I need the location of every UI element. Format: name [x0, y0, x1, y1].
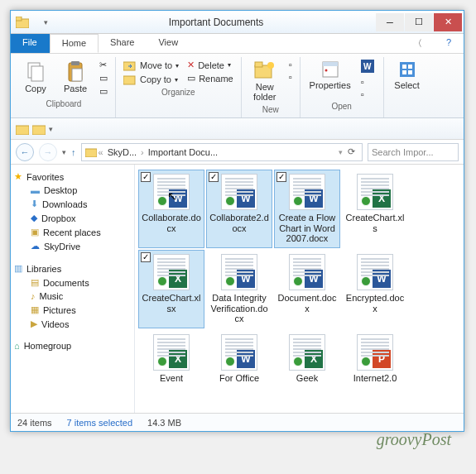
history-button[interactable]: ▫ [358, 89, 378, 100]
word-icon: W [237, 350, 255, 368]
sidebar-item-downloads[interactable]: ⬇Downloads [12, 197, 132, 211]
file-item[interactable]: WData Integrity Verification.docx [206, 250, 272, 328]
copyto-icon [123, 74, 137, 85]
file-item[interactable]: ✓WCollaborate2.docx [206, 170, 272, 248]
select-icon [398, 60, 416, 79]
file-label: Create a Flow Chart in Word 2007.docx [276, 213, 338, 244]
sidebar-item-skydrive[interactable]: ☁SkyDrive [12, 239, 132, 253]
sidebar-item-desktop[interactable]: ▬Desktop [12, 184, 132, 197]
file-item[interactable]: WDocument.docx [274, 250, 340, 328]
sidebar-libraries[interactable]: ▥Libraries [12, 261, 132, 275]
breadcrumb[interactable]: « SkyD... › Important Docu... ▾ ⟳ [81, 143, 363, 161]
new-item-button[interactable]: ▫ [286, 59, 295, 70]
tab-view[interactable]: View [147, 34, 190, 53]
file-item[interactable]: XEvent [138, 330, 204, 388]
file-label: Geek [296, 373, 318, 384]
copy-button[interactable]: Copy [17, 59, 54, 95]
excel-icon: X [169, 270, 187, 288]
copypath-button[interactable]: ▭ [97, 72, 110, 84]
sidebar-favorites[interactable]: ★Favorites [12, 170, 132, 184]
moveto-button[interactable]: Move to▾ [121, 59, 181, 72]
tab-home[interactable]: Home [50, 34, 99, 53]
svg-rect-3 [31, 66, 43, 81]
word-icon: W [361, 60, 374, 73]
sidebar-item-documents[interactable]: ▤Documents [12, 275, 132, 290]
refresh-button[interactable]: ⟳ [344, 146, 358, 157]
titlebar[interactable]: ▾ Important Documents ─ ☐ ✕ [11, 11, 464, 34]
open-button[interactable]: W [358, 59, 378, 75]
word-icon: W [305, 270, 323, 288]
file-item[interactable]: PInternet2.0 [342, 330, 408, 388]
file-icon: W [357, 254, 393, 290]
recent-dropdown-icon[interactable]: ▾ [62, 148, 66, 156]
group-label-new: New [262, 103, 279, 116]
file-item[interactable]: ✓WCreate a Flow Chart in Word 2007.docx [274, 170, 340, 248]
group-label-clipboard: Clipboard [46, 98, 82, 110]
new-folder-button[interactable]: New folder [247, 59, 283, 103]
recent-icon: ▣ [31, 227, 39, 237]
rename-button[interactable]: ▭ Rename [185, 72, 236, 84]
delete-button[interactable]: ✕ Delete▾ [185, 59, 236, 71]
sidebar-item-dropbox[interactable]: ◆Dropbox [12, 211, 132, 225]
dropdown-icon[interactable]: ▾ [49, 125, 53, 133]
back-button[interactable]: ← [16, 143, 34, 161]
sidebar-homegroup[interactable]: ⌂Homegroup [12, 339, 132, 352]
edit-button[interactable]: ▫ [358, 76, 378, 88]
file-item[interactable]: WEncrypted.docx [342, 250, 408, 328]
documents-icon: ▤ [31, 277, 39, 288]
copyto-button[interactable]: Copy to▾ [121, 73, 181, 86]
file-icon: P [357, 334, 393, 371]
select-button[interactable]: Select [389, 59, 426, 92]
paste-button[interactable]: Paste [57, 59, 94, 95]
minimize-button[interactable]: ─ [376, 13, 404, 31]
checkbox-icon[interactable]: ✓ [209, 172, 219, 182]
breadcrumb-segment[interactable]: Important Docu... [146, 147, 220, 157]
group-select: Select [384, 57, 430, 117]
close-button[interactable]: ✕ [434, 13, 462, 31]
sidebar-item-recent[interactable]: ▣Recent places [12, 225, 132, 239]
music-icon: ♪ [31, 291, 36, 301]
tab-file[interactable]: File [11, 34, 50, 53]
file-item[interactable]: XGeek [274, 330, 340, 388]
cut-button[interactable]: ✂ [97, 59, 110, 71]
maximize-button[interactable]: ☐ [405, 13, 433, 31]
file-label: Data Integrity Verification.docx [209, 293, 270, 324]
ribbon-tabs: File Home Share View 〈 ? [11, 34, 464, 54]
svg-rect-17 [408, 65, 412, 69]
forward-button[interactable]: → [39, 143, 57, 161]
sync-badge-icon [225, 276, 235, 286]
dropdown-icon[interactable]: ▾ [34, 18, 57, 26]
tab-share[interactable]: Share [99, 34, 147, 53]
chevron-down-icon[interactable]: ▾ [339, 148, 343, 156]
statusbar: 24 items 7 items selected 14.3 MB [11, 413, 464, 431]
help-icon[interactable]: ? [435, 34, 464, 53]
sidebar-item-music[interactable]: ♪Music [12, 290, 132, 303]
checkbox-icon[interactable]: ✓ [141, 172, 151, 182]
file-item[interactable]: ✓W↖Collaborate.docx [138, 170, 204, 248]
checkbox-icon[interactable]: ✓ [276, 172, 286, 182]
svg-rect-18 [402, 70, 406, 74]
svg-rect-15 [400, 62, 415, 77]
svg-rect-13 [323, 62, 338, 66]
sidebar-item-videos[interactable]: ▶Videos [12, 317, 132, 331]
file-label: For Office [219, 373, 259, 384]
dropbox-icon: ◆ [31, 213, 37, 223]
file-item[interactable]: XCreateChart.xls [342, 170, 408, 248]
paste-shortcut-button[interactable]: ▭ [97, 85, 110, 98]
svg-rect-22 [85, 149, 97, 157]
easy-access-button[interactable]: ▫ [286, 71, 295, 83]
breadcrumb-segment[interactable]: SkyD... [105, 147, 139, 157]
sidebar-item-pictures[interactable]: ▦Pictures [12, 303, 132, 317]
up-button[interactable]: ↑ [71, 147, 76, 157]
search-input[interactable]: Search Impor... [368, 143, 459, 161]
path-icon: ▭ [99, 73, 108, 84]
svg-point-11 [267, 62, 274, 69]
folder-icon [32, 123, 46, 135]
file-item[interactable]: WFor Office [206, 330, 272, 388]
file-icon: W [289, 254, 325, 290]
checkbox-icon[interactable]: ✓ [141, 252, 151, 262]
file-item[interactable]: ✓XCreateChart.xlsx [138, 250, 204, 328]
file-icon: W [221, 254, 257, 290]
properties-button[interactable]: Properties [305, 59, 355, 92]
ribbon-collapse-icon[interactable]: 〈 [401, 34, 435, 53]
